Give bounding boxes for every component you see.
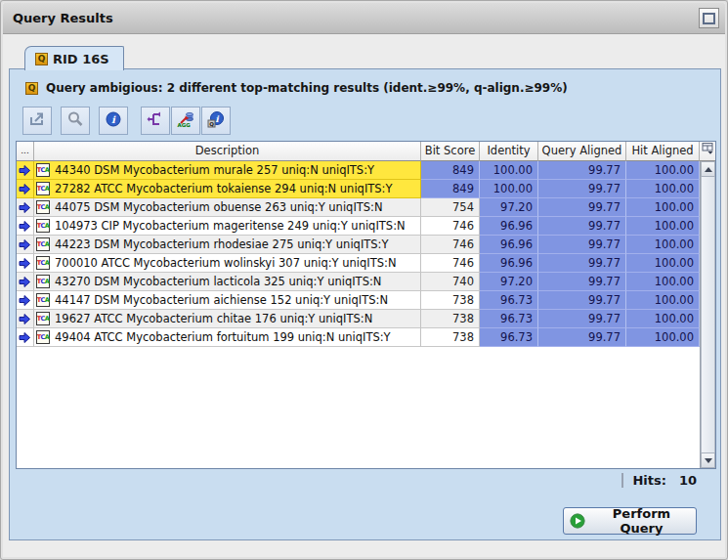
description-cell: TCA44223 DSM Mycobacterium rhodesiae 275… — [34, 236, 421, 254]
hit-aligned-cell: 100.00 — [626, 217, 700, 236]
alignment-button[interactable] — [141, 107, 170, 135]
database-arrow-icon: AGG — [177, 110, 194, 131]
vertical-scrollbar[interactable] — [700, 161, 715, 468]
hit-aligned-cell: 100.00 — [626, 161, 700, 180]
hits-label: Hits: — [632, 473, 666, 488]
identity-cell: 96.73 — [480, 328, 538, 347]
identity-cell: 97.20 — [480, 198, 538, 217]
description-text: 49404 ATCC Mycobacterium fortuitum 199 u… — [55, 328, 391, 346]
table-header: ... Description Bit Score Identity Query… — [17, 142, 715, 161]
branch-icon — [147, 110, 164, 131]
sequence-icon: TCA — [36, 275, 50, 288]
description-cell: TCA44147 DSM Mycobacterium aichiense 152… — [34, 291, 421, 310]
sequence-icon: TCA — [36, 293, 50, 307]
description-cell: TCA27282 ATCC Mycobacterium tokaiense 29… — [34, 180, 421, 198]
hit-aligned-cell: 100.00 — [626, 198, 700, 217]
query-aligned-cell: 99.77 — [538, 254, 626, 273]
column-header-hit-aligned[interactable]: Hit Aligned — [626, 142, 700, 161]
row-arrow-icon — [17, 217, 34, 236]
description-text: 104973 CIP Mycobacterium mageritense 249… — [55, 217, 406, 235]
query-results-window: Query Results Q RID 16S Q Query ambigiou… — [0, 0, 728, 560]
sequence-icon: TCA — [36, 237, 50, 251]
bit-score-cell: 746 — [421, 217, 480, 236]
hit-aligned-cell: 100.00 — [626, 291, 700, 310]
results-table: ... Description Bit Score Identity Query… — [16, 141, 716, 469]
description-cell: TCA49404 ATCC Mycobacterium fortuitum 19… — [34, 328, 421, 347]
query-aligned-cell: 99.77 — [538, 328, 626, 347]
query-aligned-cell: 99.77 — [538, 198, 626, 217]
hits-divider — [621, 473, 623, 488]
identity-cell: 96.73 — [480, 291, 538, 310]
column-header-bit-score[interactable]: Bit Score — [421, 142, 480, 161]
row-arrow-icon — [17, 254, 34, 273]
bit-score-cell: 738 — [421, 328, 480, 347]
bit-score-cell: 738 — [421, 310, 480, 328]
aggregate-button[interactable]: AGG — [171, 107, 200, 135]
table-row[interactable]: TCA44223 DSM Mycobacterium rhodesiae 275… — [17, 236, 700, 254]
table-row[interactable]: TCA44147 DSM Mycobacterium aichiense 152… — [17, 291, 700, 310]
zoom-button[interactable] — [61, 107, 90, 135]
identity-cell: 96.96 — [480, 236, 538, 254]
row-arrow-icon — [17, 273, 34, 291]
row-arrow-icon — [17, 328, 34, 347]
scroll-down-button[interactable] — [701, 452, 715, 468]
maximize-button[interactable] — [699, 8, 719, 28]
description-text: 27282 ATCC Mycobacterium tokaiense 294 u… — [55, 180, 393, 197]
row-arrow-icon — [17, 310, 34, 328]
description-text: 44147 DSM Mycobacterium aichiense 152 un… — [55, 291, 388, 309]
identity-cell: 100.00 — [480, 180, 538, 198]
description-cell: TCA700010 ATCC Mycobacterium wolinskyi 3… — [34, 254, 421, 273]
info-icon: i — [105, 110, 122, 131]
sequence-icon: TCA — [36, 312, 50, 325]
column-header-description[interactable]: Description — [34, 142, 421, 161]
table-row[interactable]: TCA44075 DSM Mycobacterium obuense 263 u… — [17, 198, 700, 217]
query-aligned-cell: 99.77 — [538, 180, 626, 198]
table-row[interactable]: TCA104973 CIP Mycobacterium mageritense … — [17, 217, 700, 236]
up-arrow-icon — [705, 167, 712, 172]
sequence-icon: TCA — [36, 200, 50, 214]
scroll-up-button[interactable] — [701, 161, 715, 177]
column-header-identity[interactable]: Identity — [480, 142, 538, 161]
column-header-query-aligned[interactable]: Query Aligned — [538, 142, 626, 161]
sequence-icon: TCA — [36, 182, 50, 195]
hit-aligned-cell: 100.00 — [626, 180, 700, 198]
tab-rid-16s[interactable]: Q RID 16S — [24, 46, 124, 70]
info-button[interactable]: i — [99, 107, 128, 135]
results-panel: Q Query ambigious: 2 different top-match… — [9, 68, 721, 540]
table-row[interactable]: TCA43270 DSM Mycobacterium lacticola 325… — [17, 273, 700, 291]
table-row[interactable]: TCA19627 ATCC Mycobacterium chitae 176 u… — [17, 310, 700, 328]
hit-aligned-cell: 100.00 — [626, 328, 700, 347]
play-icon — [570, 513, 585, 529]
description-cell: TCA44340 DSM Mycobacterium murale 257 un… — [34, 161, 421, 180]
row-arrow-icon — [17, 291, 34, 310]
description-text: 19627 ATCC Mycobacterium chitae 176 uniq… — [55, 310, 372, 327]
bit-score-cell: 746 — [421, 254, 480, 273]
warning-message: Q Query ambigious: 2 different top-match… — [25, 81, 568, 95]
export-button[interactable] — [22, 107, 52, 135]
query-aligned-cell: 99.77 — [538, 273, 626, 291]
perform-query-button[interactable]: Perform Query — [563, 507, 697, 535]
warning-text: Query ambigious: 2 different top-matchin… — [46, 81, 568, 95]
identity-cell: 96.96 — [480, 217, 538, 236]
table-row[interactable]: TCA49404 ATCC Mycobacterium fortuitum 19… — [17, 328, 700, 347]
info-q-icon: i Q — [207, 110, 225, 131]
svg-text:AGG: AGG — [178, 122, 192, 128]
column-config-button[interactable] — [700, 142, 715, 161]
row-arrow-icon — [17, 236, 34, 254]
column-header-handle[interactable]: ... — [17, 142, 34, 161]
identity-cell: 96.73 — [480, 310, 538, 328]
table-row[interactable]: TCA44340 DSM Mycobacterium murale 257 un… — [17, 161, 700, 180]
query-badge-icon: Q — [25, 82, 38, 95]
identity-cell: 100.00 — [480, 161, 538, 180]
maximize-icon — [703, 13, 715, 24]
table-row[interactable]: TCA27282 ATCC Mycobacterium tokaiense 29… — [17, 180, 700, 198]
scrollbar-thumb[interactable] — [701, 177, 715, 452]
export-icon — [28, 110, 46, 131]
table-body-rows: TCA44340 DSM Mycobacterium murale 257 un… — [17, 161, 700, 468]
window-title: Query Results — [13, 3, 113, 33]
titlebar: Query Results — [3, 3, 725, 34]
description-text: 44340 DSM Mycobacterium murale 257 uniq:… — [55, 161, 374, 179]
table-row[interactable]: TCA700010 ATCC Mycobacterium wolinskyi 3… — [17, 254, 700, 273]
description-cell: TCA104973 CIP Mycobacterium mageritense … — [34, 217, 421, 236]
query-info-button[interactable]: i Q — [201, 107, 231, 135]
